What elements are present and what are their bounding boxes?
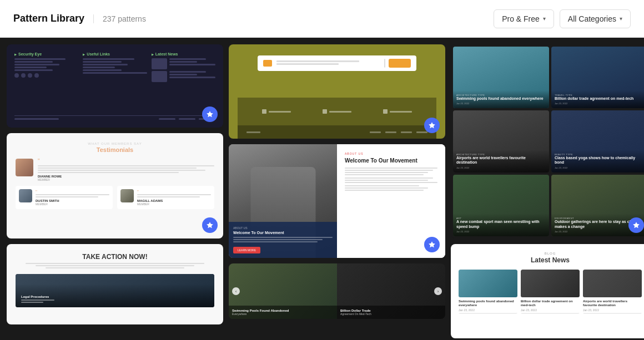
pro-badge-5	[628, 217, 644, 233]
pro-badge-2	[202, 217, 218, 233]
header-controls: Pro & Free ▾ All Categories ▾	[494, 9, 631, 28]
news-grid-item-1[interactable]: ARCHITECTURE TYPE Swimming pools found a…	[453, 47, 549, 108]
latest-news-item-1[interactable]: Swimming pools found abandoned everywher…	[459, 270, 517, 314]
next-arrow[interactable]: ›	[434, 287, 442, 295]
action-overlay-title: Legal Procedures	[21, 295, 54, 298]
testimonials-subtitle: WHAT OUR MEMBERS SAY	[16, 142, 214, 145]
latest-news-item-2[interactable]: Billion dollar trade agreement on med-te…	[521, 270, 580, 314]
pattern-grid: Security Eye Us	[0, 38, 644, 340]
page-title: Pattern Library	[13, 13, 84, 24]
prev-arrow[interactable]: ‹	[232, 287, 240, 295]
photo-subtitle-1: Everywhere	[232, 312, 334, 316]
header: Pattern Library 237 patterns Pro & Free …	[0, 0, 644, 38]
avatar-3	[120, 189, 134, 202]
movement-overlay: ABOUT US Welcome To Our Movement LEARN M…	[229, 222, 337, 258]
footer-col1-title: Security Eye	[14, 52, 78, 56]
card-news-grid[interactable]: ARCHITECTURE TYPE Swimming pools found a…	[451, 44, 644, 238]
news-grid-item-3[interactable]: ARCHITECTURE TYPE Airports are world tra…	[453, 110, 549, 172]
chevron-down-icon: ▾	[543, 16, 546, 22]
photo-subtitle-2: Agreement On Med-Tech	[340, 312, 442, 316]
pro-free-dropdown[interactable]: Pro & Free ▾	[494, 9, 554, 28]
pattern-count: 237 patterns	[93, 14, 146, 23]
card-movement[interactable]: ABOUT US Welcome To Our Movement LEARN M…	[229, 144, 445, 258]
pro-badge-3	[424, 118, 440, 133]
right-column: ARCHITECTURE TYPE Swimming pools found a…	[451, 44, 644, 338]
news-grid-item-5[interactable]: ART A new combat sport man seen wrestlin…	[453, 175, 549, 236]
middle-column: ABOUT US Welcome To Our Movement LEARN M…	[229, 44, 445, 338]
email-icon	[263, 60, 272, 67]
news-grid-item-2[interactable]: TRAVEL TYPE Billion dollar trade agreeme…	[551, 47, 644, 108]
chevron-down-icon: ▾	[620, 16, 622, 22]
left-column: Security Eye Us	[7, 44, 223, 338]
latest-news-title: Latest News	[459, 256, 642, 264]
avatar-1	[16, 159, 33, 176]
avatar-2	[19, 189, 32, 202]
newsletter-nav	[238, 125, 436, 139]
news-grid-item-4[interactable]: BEAUTY TYPE Class based yoga shows how t…	[551, 110, 644, 172]
latest-news-item-3[interactable]: Airports are world travellers favourite …	[583, 270, 642, 314]
clock-icon	[383, 109, 388, 114]
photo-panel-1: ‹ Swimming Pools Found Abandoned Everywh…	[229, 263, 337, 319]
card-testimonials[interactable]: WHAT OUR MEMBERS SAY Testimonials "	[7, 133, 223, 238]
footer-col3-title: Latest News	[152, 52, 215, 56]
action-title: TAKE ACTION NOW!	[16, 253, 214, 261]
card-footer-dark[interactable]: Security Eye Us	[7, 44, 223, 128]
email-icon-2	[323, 109, 327, 114]
blog-label: BLOG	[459, 252, 642, 255]
phone-icon	[262, 109, 266, 114]
action-image: Legal Procedures	[16, 274, 214, 307]
card-photo-gallery[interactable]: ‹ Swimming Pools Found Abandoned Everywh…	[229, 263, 445, 319]
testimonial-text-1: " DIANNE ROWE MEMBER	[38, 159, 214, 181]
testimonial-card-2: " DUSTIN SMITH MEMBER	[16, 186, 113, 209]
newsletter-contact-bar	[238, 98, 436, 125]
testimonials-title: Testimonials	[16, 146, 214, 153]
photo-panel-2: › Billion Dollar Trade Agreement On Med-…	[337, 263, 445, 319]
card-take-action[interactable]: TAKE ACTION NOW! Legal Procedures	[7, 244, 223, 324]
movement-image: ABOUT US Welcome To Our Movement LEARN M…	[229, 144, 337, 258]
learn-more-btn[interactable]: LEARN MORE	[233, 247, 260, 253]
footer-col2-title: Useful Links	[83, 52, 147, 56]
pro-badge-4	[424, 237, 440, 252]
categories-dropdown[interactable]: All Categories ▾	[560, 9, 631, 28]
card-news-latest[interactable]: BLOG Latest News Swimming pools found ab…	[451, 244, 644, 338]
testimonial-card-3: " MAGILL ADAMS MEMBER	[117, 186, 214, 209]
subscribe-bar	[258, 55, 416, 71]
pro-badge	[202, 106, 218, 122]
card-newsletter[interactable]	[229, 44, 445, 139]
